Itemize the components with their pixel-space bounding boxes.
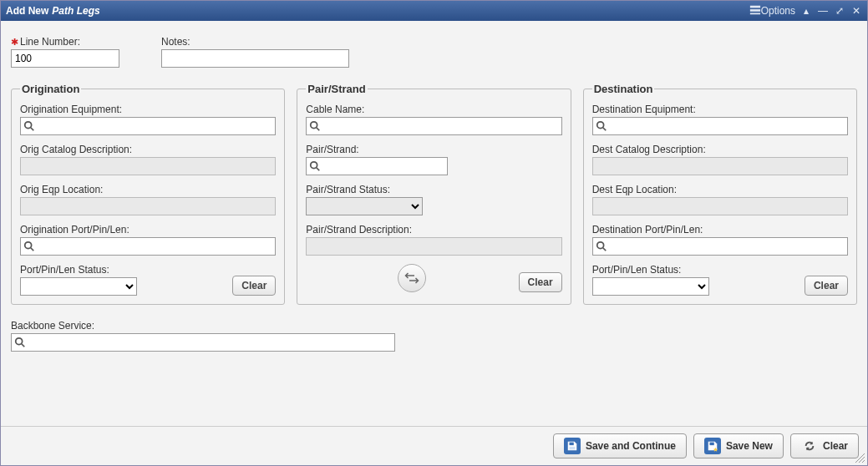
- svg-rect-19: [709, 443, 713, 446]
- line-number-input[interactable]: [11, 49, 119, 68]
- svg-line-16: [22, 344, 25, 347]
- pairstrand-panel: Pair/Strand Cable Name: Pair/Strand:: [297, 83, 571, 305]
- dest-catalog-value: [592, 157, 848, 175]
- pairstrand-label: Pair/Strand:: [306, 144, 561, 155]
- search-icon[interactable]: [23, 241, 35, 252]
- swap-button[interactable]: [398, 264, 426, 292]
- save-and-continue-button[interactable]: Save and Continue: [553, 433, 687, 458]
- orig-catalog-value: [20, 157, 276, 175]
- orig-status-select[interactable]: [20, 277, 137, 296]
- dest-status-select[interactable]: [592, 277, 709, 296]
- svg-line-12: [602, 128, 606, 131]
- pairstrand-desc-value: [306, 237, 561, 256]
- dest-catalog-label: Dest Catalog Description:: [592, 144, 848, 155]
- titlebar: Add New Path Legs Options ▴ — ⤢ ✕: [1, 1, 867, 21]
- dest-location-label: Dest Eqp Location:: [592, 184, 848, 195]
- svg-rect-2: [750, 13, 760, 14]
- dialog-window: Add New Path Legs Options ▴ — ⤢ ✕ ✱Line …: [0, 0, 868, 466]
- svg-rect-18: [569, 447, 575, 450]
- swap-icon: [404, 271, 419, 286]
- minimize-button[interactable]: —: [817, 5, 829, 17]
- collapse-button[interactable]: ▴: [800, 5, 812, 17]
- options-icon: [749, 4, 761, 18]
- orig-port-input[interactable]: [20, 237, 276, 256]
- svg-line-6: [31, 248, 34, 251]
- save-icon: [564, 438, 581, 454]
- svg-point-9: [311, 162, 317, 169]
- maximize-icon: ⤢: [834, 5, 845, 17]
- svg-line-14: [602, 248, 606, 251]
- orig-equipment-input[interactable]: [20, 117, 276, 135]
- notes-input[interactable]: [161, 49, 349, 68]
- origination-legend: Origination: [20, 83, 81, 95]
- search-icon[interactable]: [309, 120, 321, 132]
- svg-point-13: [596, 242, 603, 249]
- top-row: ✱Line Number: Notes:: [11, 36, 857, 68]
- close-button[interactable]: ✕: [850, 5, 862, 17]
- svg-rect-17: [569, 443, 573, 446]
- orig-clear-button[interactable]: Clear: [232, 276, 276, 296]
- backbone-input[interactable]: [11, 333, 395, 352]
- refresh-icon: [801, 438, 818, 454]
- svg-point-11: [596, 122, 603, 129]
- pairstrand-legend: Pair/Strand: [306, 83, 367, 95]
- svg-rect-0: [750, 5, 760, 8]
- svg-rect-1: [750, 9, 760, 12]
- panels-row: Origination Origination Equipment: Orig …: [11, 83, 857, 305]
- orig-equipment-label: Origination Equipment:: [20, 104, 276, 115]
- origination-panel: Origination Origination Equipment: Orig …: [11, 83, 285, 305]
- title-prefix: Add New: [6, 5, 48, 17]
- dialog-body: ✱Line Number: Notes: Origination Origina…: [1, 21, 867, 426]
- search-icon[interactable]: [596, 241, 607, 252]
- close-icon: ✕: [850, 5, 862, 17]
- cable-name-input[interactable]: [306, 117, 561, 135]
- search-icon[interactable]: [596, 120, 607, 132]
- required-star-icon: ✱: [11, 37, 18, 47]
- destination-panel: Destination Destination Equipment: Dest …: [583, 83, 857, 305]
- pairstrand-status-label: Pair/Strand Status:: [306, 184, 561, 195]
- options-label: Options: [761, 5, 795, 17]
- pairstrand-clear-button[interactable]: Clear: [519, 272, 562, 292]
- backbone-block: Backbone Service:: [11, 320, 857, 352]
- orig-location-label: Orig Eqp Location:: [20, 184, 276, 195]
- dest-port-label: Destination Port/Pin/Len:: [592, 224, 848, 236]
- svg-line-4: [31, 128, 34, 131]
- line-number-block: ✱Line Number:: [11, 36, 119, 68]
- dest-clear-button[interactable]: Clear: [805, 276, 848, 296]
- title-name: Path Legs: [52, 5, 99, 17]
- pairstrand-status-select[interactable]: [306, 197, 423, 215]
- search-icon[interactable]: [309, 160, 321, 172]
- svg-point-5: [25, 242, 32, 249]
- save-new-icon: [704, 438, 721, 454]
- line-number-label: ✱Line Number:: [11, 36, 119, 48]
- svg-point-7: [311, 122, 317, 129]
- svg-point-3: [25, 122, 32, 129]
- dest-equipment-label: Destination Equipment:: [592, 104, 848, 115]
- destination-legend: Destination: [592, 83, 655, 95]
- cable-name-label: Cable Name:: [306, 104, 561, 115]
- orig-location-value: [20, 197, 276, 215]
- chevron-up-icon: ▴: [800, 5, 812, 17]
- orig-port-label: Origination Port/Pin/Len:: [20, 224, 276, 236]
- dest-equipment-input[interactable]: [592, 117, 848, 135]
- dest-port-input[interactable]: [592, 237, 848, 256]
- dest-location-value: [592, 197, 848, 215]
- search-icon[interactable]: [14, 337, 26, 348]
- footer-clear-button[interactable]: Clear: [790, 433, 859, 458]
- svg-point-15: [16, 338, 23, 345]
- search-icon[interactable]: [23, 120, 35, 132]
- orig-status-label: Port/Pin/Len Status:: [20, 264, 137, 276]
- minimize-icon: —: [817, 5, 829, 17]
- backbone-label: Backbone Service:: [11, 320, 857, 332]
- notes-label: Notes:: [161, 36, 349, 48]
- pairstrand-desc-label: Pair/Strand Description:: [306, 224, 561, 236]
- svg-line-10: [317, 168, 320, 171]
- dest-status-label: Port/Pin/Len Status:: [592, 264, 709, 276]
- maximize-button[interactable]: ⤢: [834, 5, 845, 17]
- pairstrand-input[interactable]: [306, 157, 448, 175]
- save-new-button[interactable]: Save New: [693, 433, 784, 458]
- notes-block: Notes:: [161, 36, 349, 68]
- options-button[interactable]: Options: [749, 4, 795, 18]
- svg-line-8: [317, 128, 320, 131]
- orig-catalog-label: Orig Catalog Description:: [20, 144, 276, 155]
